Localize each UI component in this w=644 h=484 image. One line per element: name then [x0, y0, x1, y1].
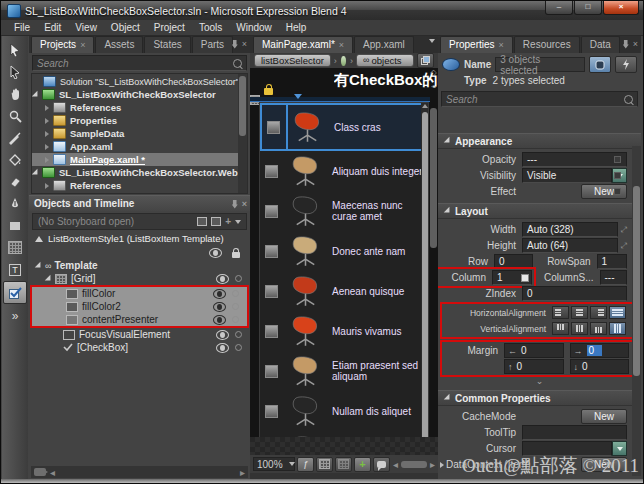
- properties-scrollbar[interactable]: [632, 146, 641, 476]
- objects-hscrollbar[interactable]: ◂ ▸: [31, 466, 248, 478]
- list-item[interactable]: Maecenas nunc curae amet: [260, 191, 428, 231]
- list-item[interactable]: Donec ante nam: [260, 231, 428, 271]
- section-common[interactable]: Common Properties: [438, 390, 641, 406]
- item-checkbox[interactable]: [265, 365, 278, 378]
- halign-right-button[interactable]: [590, 306, 607, 319]
- eye-icon[interactable]: [216, 274, 229, 284]
- show-advanced-properties[interactable]: ⌄: [438, 378, 641, 387]
- list-item[interactable]: Class cras: [260, 103, 428, 151]
- artboard[interactable]: 有CheckBox的ListBox Class cras Aliquam dui…: [250, 68, 438, 455]
- eye-icon[interactable]: [216, 343, 229, 353]
- eye-icon[interactable]: [213, 289, 226, 299]
- advanced-options-icon[interactable]: [614, 188, 621, 195]
- node-grid[interactable]: [Grid]: [29, 272, 250, 285]
- section-appearance[interactable]: Appearance: [438, 133, 641, 149]
- halign-left-button[interactable]: [552, 306, 569, 319]
- valign-stretch-button[interactable]: [609, 322, 626, 335]
- grid-column-marker[interactable]: [294, 94, 302, 99]
- more-tools-button[interactable]: »: [4, 305, 26, 326]
- valign-top-button[interactable]: [552, 322, 569, 335]
- minimize-button[interactable]: –: [545, 1, 573, 15]
- node-fillcolor2[interactable]: fillColor2: [32, 300, 247, 313]
- scope-up-icon[interactable]: [35, 236, 43, 242]
- menu-project[interactable]: Project: [147, 21, 192, 34]
- advanced-options-icon[interactable]: [614, 156, 621, 163]
- annotations-button[interactable]: [373, 457, 390, 472]
- tab-appxaml[interactable]: App.xaml: [354, 36, 414, 53]
- tab-assets[interactable]: Assets: [95, 36, 143, 53]
- snap-gridlines-button[interactable]: [335, 457, 352, 472]
- margin-top-input[interactable]: ↑0: [504, 359, 564, 374]
- node-template[interactable]: ∞Template: [29, 259, 250, 272]
- halign-stretch-button[interactable]: [609, 306, 626, 319]
- menu-file[interactable]: File: [7, 21, 37, 34]
- tab-states[interactable]: States: [144, 36, 190, 53]
- section-layout[interactable]: Layout: [438, 203, 641, 219]
- node-focusvisualelement[interactable]: FocusVisualElement: [29, 328, 250, 341]
- isolate-icon[interactable]: [235, 331, 242, 338]
- view-switch-button[interactable]: [417, 53, 434, 68]
- layout-grid-tool[interactable]: [4, 237, 26, 258]
- text-tool[interactable]: T: [4, 259, 26, 280]
- isolate-icon[interactable]: [235, 344, 242, 351]
- isolate-icon[interactable]: [235, 275, 242, 282]
- tree-item-appxaml[interactable]: App.xaml: [32, 140, 247, 153]
- list-item[interactable]: Etiam praesent sed aliquam: [260, 351, 428, 391]
- tab-list-icon[interactable]: [429, 39, 435, 43]
- node-fillcolor[interactable]: fillColor: [32, 287, 247, 300]
- tree-item-sampledata[interactable]: SampleData: [32, 127, 247, 140]
- artboard-vscrollbar[interactable]: [430, 108, 437, 248]
- scroll-left-icon[interactable]: ◂: [50, 467, 55, 478]
- tab-parts[interactable]: Parts: [192, 36, 233, 53]
- close-panel-icon[interactable]: ×: [242, 39, 247, 49]
- item-checkbox[interactable]: [265, 285, 278, 298]
- effects-toggle-button[interactable]: ƒ: [297, 457, 314, 472]
- pin-icon[interactable]: [232, 40, 238, 49]
- height-input[interactable]: Auto (64): [522, 238, 618, 253]
- opacity-input[interactable]: ---: [522, 152, 627, 167]
- tree-item-mainpagexaml[interactable]: MainPage.xaml *: [32, 153, 247, 166]
- list-item[interactable]: Aliquam duis integer: [260, 151, 428, 191]
- tab-data[interactable]: Data: [581, 36, 620, 53]
- isolate-icon[interactable]: [232, 290, 239, 297]
- column-input[interactable]: 1: [492, 270, 532, 285]
- lock-icon[interactable]: [232, 252, 240, 258]
- fit-width-icon[interactable]: ↔: [429, 81, 438, 90]
- template-scope-icon[interactable]: [340, 55, 347, 67]
- properties-view-button[interactable]: [589, 56, 611, 73]
- rowspan-input[interactable]: 1: [597, 254, 628, 269]
- tree-item-webproject[interactable]: SL_ListBoxWithCheckBoxSelector.Web: [32, 166, 247, 179]
- auto-size-icon[interactable]: ⤢: [621, 241, 627, 251]
- snapping-toggle-button[interactable]: +: [354, 457, 371, 472]
- zindex-input[interactable]: 0: [522, 286, 627, 301]
- tab-mainpage[interactable]: MainPage.xaml*×: [253, 36, 353, 53]
- scroll-left-icon[interactable]: ◂: [393, 459, 398, 470]
- node-contentpresenter[interactable]: contentPresenter: [32, 313, 247, 326]
- snap-grid-button[interactable]: [316, 457, 333, 472]
- item-checkbox[interactable]: [265, 405, 278, 418]
- pen-tool[interactable]: [4, 193, 26, 214]
- eye-icon[interactable]: [213, 315, 226, 325]
- events-view-button[interactable]: [615, 56, 637, 73]
- tree-item-project[interactable]: SL_ListBoxWithCheckBoxSelector: [32, 88, 247, 101]
- close-tab-icon[interactable]: ×: [80, 40, 85, 50]
- pin-icon[interactable]: [232, 200, 238, 209]
- menu-object[interactable]: Object: [104, 21, 147, 34]
- expander-closed-icon[interactable]: [45, 105, 49, 111]
- advanced-options-icon[interactable]: [614, 172, 621, 179]
- scroll-thumb[interactable]: [401, 461, 427, 468]
- artboard-hscrollbar[interactable]: ◂ ▸: [392, 459, 435, 470]
- menu-help[interactable]: Help: [279, 21, 314, 34]
- item-checkbox[interactable]: [267, 121, 280, 134]
- tree-item-references[interactable]: References: [32, 101, 247, 114]
- close-tab-icon[interactable]: ×: [499, 40, 504, 50]
- pin-icon[interactable]: [623, 40, 629, 49]
- objects-timeline-header[interactable]: Objects and Timeline ×: [29, 195, 250, 211]
- tab-properties[interactable]: Properties×: [440, 36, 513, 53]
- new-storyboard-button[interactable]: +: [225, 216, 231, 227]
- list-item[interactable]: Nullam dis aliquet: [260, 391, 428, 431]
- menu-tools[interactable]: Tools: [192, 21, 229, 34]
- zoom-tool[interactable]: [4, 105, 26, 126]
- close-panel-icon[interactable]: ×: [633, 39, 638, 49]
- expander-closed-icon[interactable]: [440, 462, 444, 468]
